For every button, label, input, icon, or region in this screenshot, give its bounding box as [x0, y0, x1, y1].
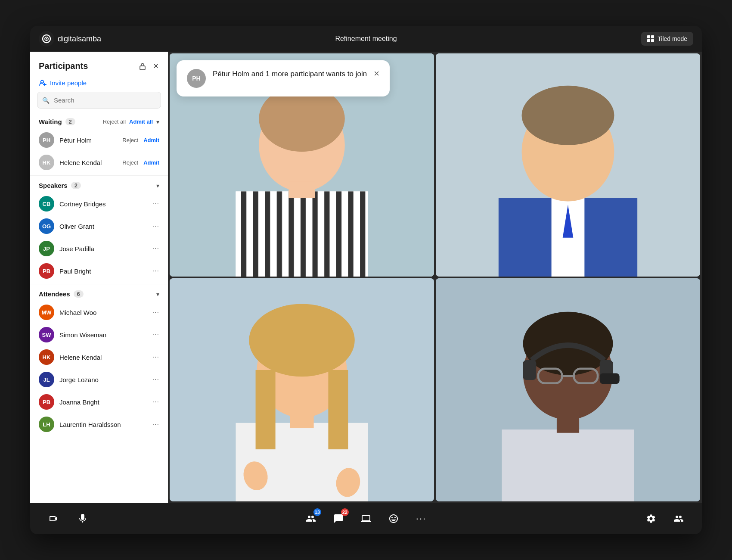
grid-icon [647, 35, 654, 42]
avatar-michael: MW [39, 305, 54, 320]
waiting-collapse-button[interactable]: ▾ [156, 118, 159, 125]
lock-icon-button[interactable] [138, 62, 147, 71]
chat-badge: 22 [341, 508, 349, 516]
microphone-button[interactable] [73, 509, 92, 528]
svg-rect-9 [236, 191, 368, 277]
waiting-section-header: Waiting 2 Reject all Admit all ▾ [30, 114, 168, 129]
more-dots: ··· [416, 513, 426, 524]
sidebar-header: Participants × [30, 52, 168, 77]
attendees-collapse-button[interactable]: ▾ [156, 291, 159, 298]
toolbar-left [44, 509, 92, 528]
notification-text: Pétur Holm and 1 more participant wants … [213, 69, 367, 79]
participant-name-cortney: Cortney Bridges [59, 200, 147, 208]
tiled-mode-button[interactable]: Tiled mode [641, 32, 693, 46]
avatar-helene-attendee: HK [39, 349, 54, 365]
chat-button[interactable]: 22 [329, 509, 348, 528]
notification-close-button[interactable]: × [374, 69, 379, 78]
waiting-participant-item: PH Pétur Holm Reject Admit [30, 129, 168, 151]
close-sidebar-button[interactable]: × [152, 60, 159, 72]
waiting-label: Waiting [39, 118, 62, 125]
svg-rect-39 [600, 373, 620, 384]
main-content: Participants × [30, 52, 702, 503]
toolbar-center: 13 22 ··· [301, 509, 431, 528]
reject-helene-button[interactable]: Reject [122, 159, 138, 166]
app-container: digitalsamba Refinement meeting Tiled mo… [30, 26, 702, 534]
more-options-michael[interactable]: ··· [152, 308, 159, 316]
more-options-joanna[interactable]: ··· [152, 398, 159, 406]
avatar-petur: PH [39, 132, 54, 148]
logo-icon [39, 31, 54, 47]
toolbar-right [642, 509, 688, 528]
camera-button[interactable] [44, 509, 63, 528]
more-options-cortney[interactable]: ··· [152, 200, 159, 208]
emoji-button[interactable] [384, 509, 403, 528]
video-cell-4 [436, 278, 700, 501]
invite-people-button[interactable]: Invite people [30, 77, 168, 92]
participant-name-laurentin: Laurentin Haraldsson [59, 421, 147, 428]
participant-name-petur: Pétur Holm [59, 137, 117, 144]
speakers-collapse-button[interactable]: ▾ [156, 182, 159, 189]
attendees-label: Attendees [39, 290, 70, 298]
more-options-paul[interactable]: ··· [152, 267, 159, 275]
sidebar-title: Participants [39, 61, 88, 71]
speakers-section-header: Speakers 2 ▾ [30, 177, 168, 193]
svg-point-20 [522, 86, 614, 145]
participant-name-simon: Simon Wiseman [59, 331, 147, 339]
speakers-badge: 2 [71, 182, 81, 189]
attendees-badge: 6 [74, 290, 84, 298]
attendee-item-joanna: PB Joanna Bright ··· [30, 391, 168, 413]
avatar-helene-waiting: HK [39, 155, 54, 170]
reject-all-button[interactable]: Reject all [103, 118, 126, 125]
avatar-jorge: JL [39, 372, 54, 387]
waiting-section-actions: Reject all Admit all ▾ [103, 118, 159, 125]
participant-name-helene-waiting: Helene Kendal [59, 159, 117, 166]
speaker-item-jp: JP Jose Padilla ··· [30, 237, 168, 260]
participants-button[interactable]: 13 [301, 509, 320, 528]
more-options-jose[interactable]: ··· [152, 245, 159, 252]
notification-avatar: PH [187, 69, 206, 88]
admit-all-button[interactable]: Admit all [129, 118, 153, 125]
admit-petur-button[interactable]: Admit [143, 137, 159, 143]
tiled-mode-label: Tiled mode [658, 35, 687, 42]
attendee-item-sw: SW Simon Wiseman ··· [30, 324, 168, 346]
divider-2 [30, 284, 168, 284]
speaker-item-cb: CB Cortney Bridges ··· [30, 193, 168, 215]
svg-rect-27 [290, 408, 313, 428]
speaker-item-pb: PB Paul Bright ··· [30, 260, 168, 282]
svg-rect-31 [502, 429, 634, 501]
invite-people-label: Invite people [50, 79, 87, 87]
participant-name-paul: Paul Bright [59, 268, 147, 275]
avatar-laurentin: LH [39, 417, 54, 432]
divider-1 [30, 175, 168, 176]
avatar-simon: SW [39, 327, 54, 342]
more-options-helene-attendee[interactable]: ··· [152, 353, 159, 361]
header: digitalsamba Refinement meeting Tiled mo… [30, 26, 702, 52]
person-silhouette-4 [436, 278, 700, 501]
more-options-button[interactable]: ··· [412, 509, 431, 528]
avatar-paul: PB [39, 263, 54, 279]
participant-name-jose: Jose Padilla [59, 245, 147, 252]
video-cell-2 [436, 53, 700, 277]
attendee-item-hk: HK Helene Kendal ··· [30, 346, 168, 368]
attendees-section-header: Attendees 6 ▾ [30, 286, 168, 301]
bottom-toolbar: 13 22 ··· [30, 503, 702, 534]
manage-participants-button[interactable] [669, 509, 688, 528]
person-silhouette-2 [436, 53, 700, 277]
participant-name-jorge: Jorge Lozano [59, 376, 147, 383]
reject-petur-button[interactable]: Reject [122, 137, 138, 143]
avatar-oliver: OG [39, 218, 54, 234]
more-options-jorge[interactable]: ··· [152, 376, 159, 383]
settings-button[interactable] [642, 509, 661, 528]
speakers-section-label: Speakers 2 [39, 182, 81, 189]
more-options-laurentin[interactable]: ··· [152, 420, 159, 428]
logo-area: digitalsamba [39, 31, 101, 47]
attendee-item-jl: JL Jorge Lozano ··· [30, 368, 168, 391]
admit-helene-button[interactable]: Admit [143, 159, 159, 166]
svg-rect-26 [328, 370, 348, 449]
screen-share-button[interactable] [357, 509, 375, 528]
video-grid: PH Pétur Holm and 1 more participant wan… [168, 52, 702, 503]
more-options-oliver[interactable]: ··· [152, 222, 159, 230]
participants-list: Waiting 2 Reject all Admit all ▾ PH Pétu… [30, 114, 168, 503]
more-options-simon[interactable]: ··· [152, 331, 159, 339]
search-input[interactable] [37, 92, 161, 109]
